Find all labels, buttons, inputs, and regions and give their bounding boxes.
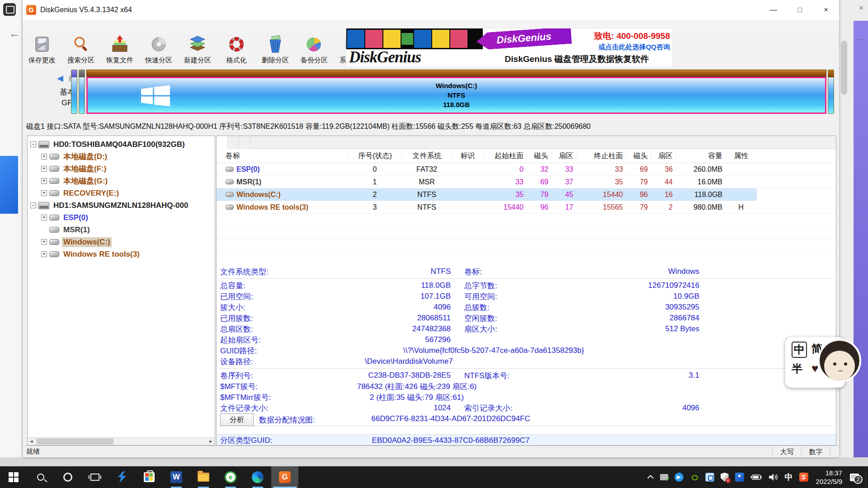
detail-row: 文件系统类型:NTFS 卷标:Windows <box>220 266 834 277</box>
file-explorer-button[interactable] <box>190 466 217 488</box>
tree-item[interactable]: + 本地磁盘(D:) <box>28 150 215 163</box>
back-arrow-icon[interactable]: ← <box>9 27 20 40</box>
tray-expand-button[interactable] <box>649 475 654 479</box>
analyze-button[interactable]: 分析 <box>220 413 254 426</box>
ad-banner[interactable]: DiskGenius DiskGenius 致电: 400-008-9958 或… <box>346 28 673 67</box>
new-partition-button[interactable]: 新建分区 <box>178 33 217 67</box>
notification-center-button[interactable]: 2 <box>850 474 859 481</box>
flash-app-button[interactable] <box>108 466 136 488</box>
green-browser-button[interactable]: e <box>217 466 244 488</box>
detail-row: $MFTMirr簇号:2 (柱面:35 磁头:79 扇区:61) <box>220 392 834 403</box>
expander-icon[interactable]: + <box>41 166 47 172</box>
tree-item[interactable]: + 本地磁盘(F:) <box>28 163 215 175</box>
expander-icon[interactable]: + <box>41 239 47 245</box>
drive-icon <box>49 215 59 221</box>
taskbar-clock[interactable]: 18:37 2022/5/9 <box>816 469 842 486</box>
cortana-button[interactable] <box>54 466 81 488</box>
tree-item[interactable]: + RECOVERY(E:) <box>28 187 215 199</box>
expander-icon[interactable]: − <box>30 141 36 147</box>
backup-partition-button[interactable]: 备份分区 <box>295 33 334 67</box>
tab[interactable] <box>228 136 239 149</box>
show-desktop-button[interactable] <box>865 466 868 488</box>
detail-row: $MFT簇号:786432 (柱面:426 磁头:239 扇区:6) <box>220 381 834 392</box>
ad-tile <box>401 33 413 45</box>
expander-icon[interactable]: + <box>41 178 47 184</box>
sogou-ime-panel[interactable]: 中 简 半 ♥ <box>785 337 845 388</box>
recover-files-button[interactable]: 恢复文件 <box>100 33 139 67</box>
tree-item[interactable]: + 本地磁盘(G:) <box>28 175 215 187</box>
partition-row[interactable]: Windows RE tools(3) 3 NTFS 15440 96 17 1… <box>217 201 836 214</box>
taskbar-search-button[interactable] <box>27 466 54 488</box>
search-icon <box>37 474 44 481</box>
tree-item[interactable]: + Windows RE tools(3) <box>28 248 215 260</box>
word-button[interactable]: W <box>163 466 190 488</box>
expander-icon[interactable]: + <box>41 215 47 221</box>
diskgenius-taskbar-button[interactable]: G <box>271 466 298 488</box>
tray-ime-indicator[interactable]: 中 <box>785 472 793 483</box>
partition-row[interactable]: Windows(C:) 2 NTFS 35 79 45 15440 96 16 … <box>217 188 757 201</box>
printer-icon <box>660 474 668 480</box>
ime-mascot-avatar <box>818 339 861 382</box>
tree-item[interactable]: MSR(1) <box>28 224 215 236</box>
expander-icon[interactable] <box>41 227 47 233</box>
tray-messenger[interactable] <box>675 473 684 482</box>
volume-details: 文件系统类型:NTFS 卷标:Windows 总容量:118.0GB 总字节数:… <box>220 266 834 427</box>
expander-icon[interactable]: + <box>41 154 47 160</box>
scroll-right-icon[interactable]: ► <box>207 438 215 445</box>
maximize-button[interactable]: □ <box>787 0 813 20</box>
tray-volume[interactable] <box>769 473 778 481</box>
minimize-button[interactable]: — <box>760 0 787 20</box>
background-app-icon <box>3 3 16 16</box>
close-button[interactable]: × <box>813 0 839 20</box>
windows-c-partition-block[interactable]: Windows(C:) NTFS 118.0GB <box>86 77 826 114</box>
tab[interactable] <box>217 136 228 149</box>
clock-time: 18:37 <box>816 469 842 477</box>
quick-partition-button[interactable]: 快速分区 <box>139 33 178 67</box>
partition-table: 卷标 序号(状态) 文件系统 标识 起始柱面 磁头 扇区 终止柱面 磁头 扇区 … <box>217 149 836 252</box>
tree-item[interactable]: + ESP(0) <box>28 211 215 224</box>
expander-icon[interactable]: + <box>41 251 47 257</box>
scroll-left-icon[interactable]: ◄ <box>28 438 35 445</box>
tab[interactable] <box>239 136 250 149</box>
tray-sogou[interactable]: S <box>799 473 808 482</box>
disk-map: ◀ ▶ 基本 GPT Windows(C:) NTFS 118.0GB <box>23 68 839 119</box>
caps-indicator: 大写 <box>772 448 801 456</box>
microsoft-store-button[interactable] <box>136 466 163 488</box>
detail-row: 总容量:118.0GB 总字节数:126710972416 <box>220 280 834 291</box>
partition-row[interactable]: ESP(0) 0 FAT32 0 32 33 33 69 36 260.0MB <box>217 163 836 176</box>
tree-item[interactable]: − HD1:SAMSUNGMZNLN128HAHQ-000 <box>28 199 215 211</box>
delete-partition-button[interactable]: 删除分区 <box>256 33 295 67</box>
notification-count-badge: 2 <box>854 475 863 484</box>
ime-mode-halfwidth[interactable]: 半 <box>792 361 811 376</box>
format-button[interactable]: 格式化 <box>217 33 256 67</box>
save-changes-button[interactable]: 保存更改 <box>23 33 61 67</box>
prev-disk-icon[interactable]: ◀ <box>57 74 65 83</box>
task-view-button[interactable] <box>81 466 108 488</box>
expander-icon[interactable]: − <box>30 202 36 208</box>
expander-icon[interactable]: + <box>41 190 47 196</box>
tray-freeze-tool[interactable]: * <box>735 473 744 482</box>
ad-qq-link[interactable]: 或点击此处选择QQ咨询 <box>594 43 670 52</box>
partition-row[interactable]: MSR(1) 1 MSR 33 69 37 35 79 44 16.0MB <box>217 176 836 188</box>
detail-row: 起始扇区号:567296 <box>220 334 834 345</box>
tray-printer[interactable] <box>660 474 668 480</box>
ad-tile <box>365 30 382 48</box>
store-icon <box>144 472 155 482</box>
msr-partition-block[interactable] <box>79 70 85 114</box>
num-indicator: 数字 <box>801 448 830 456</box>
tray-nvidia[interactable] <box>690 473 699 482</box>
scrollbar-thumb[interactable] <box>37 438 113 445</box>
tree-horizontal-scrollbar[interactable]: ◄ ► <box>28 437 215 445</box>
esp-partition-block[interactable] <box>71 70 77 114</box>
search-partition-button[interactable]: 搜索分区 <box>61 33 100 67</box>
tray-intel-graphics[interactable] <box>705 473 714 482</box>
start-button[interactable] <box>0 466 27 488</box>
edge-button[interactable] <box>244 466 271 488</box>
tray-battery[interactable] <box>750 474 762 481</box>
tray-defender[interactable]: × <box>721 473 729 482</box>
tree-item[interactable]: − HD0:TOSHIBAMQ04ABF100(932GB) <box>28 138 215 150</box>
ime-mode-chinese[interactable]: 中 <box>792 342 807 358</box>
tree-item[interactable]: + Windows(C:) <box>28 236 215 248</box>
drive-icon <box>49 239 59 245</box>
recovery-partition-block[interactable] <box>828 70 834 114</box>
